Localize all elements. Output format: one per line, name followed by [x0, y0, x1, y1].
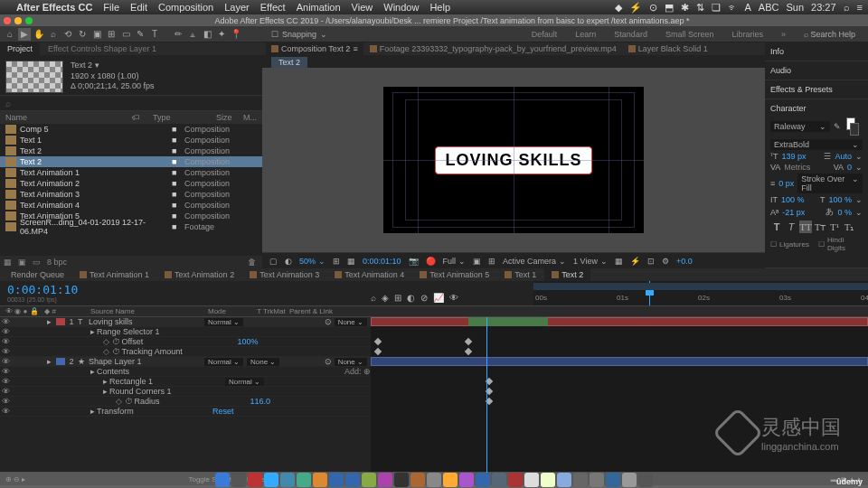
dock-app[interactable] [524, 473, 539, 487]
dock-ae[interactable] [394, 473, 409, 487]
timeline-row[interactable]: 👁▸ ContentsAdd: ⊕ [0, 367, 371, 377]
comp-tab-active[interactable]: Composition Text 2 ≡ [266, 42, 363, 55]
dock-app[interactable] [508, 473, 523, 487]
project-item[interactable]: Text Animation 3■Composition [0, 189, 262, 200]
timeline-row[interactable]: 👁◇ ⏱ Tracking Amount [0, 347, 371, 357]
pixel-btn[interactable]: ▦ [615, 257, 623, 266]
layer-tab[interactable]: Layer Black Solid 1 [623, 42, 713, 55]
flowchart-btn[interactable]: ⚙ [662, 257, 669, 266]
hindi-check[interactable]: ☐ Hindi Digits [818, 236, 863, 252]
subscript-btn[interactable]: T₁ [843, 221, 855, 233]
dock-app[interactable] [248, 473, 262, 487]
draft3d-icon[interactable]: ⊞ [394, 293, 401, 303]
project-tab[interactable]: Project [0, 42, 40, 55]
current-timecode[interactable]: 0:00:01:10 [7, 283, 78, 296]
orbit-tool[interactable]: ⟲ [61, 28, 74, 41]
dock-app[interactable] [622, 473, 637, 487]
shy-icon[interactable]: 👁 [449, 293, 458, 303]
motion-blur-icon[interactable]: ⊘ [420, 293, 428, 303]
notif-icon[interactable]: ≡ [857, 2, 863, 13]
app-name[interactable]: After Effects CC [16, 2, 92, 13]
zoom-dropdown[interactable]: 50% ⌄ [299, 257, 326, 266]
menu-help[interactable]: Help [429, 2, 450, 13]
dock-app[interactable] [264, 473, 278, 487]
bold-btn[interactable]: T [770, 221, 783, 233]
roi-btn[interactable]: ▣ [473, 257, 481, 266]
leading[interactable]: Auto [835, 152, 852, 161]
interpret-btn[interactable]: ▦ [4, 258, 14, 267]
smallcaps-btn[interactable]: Tᴛ [814, 221, 826, 233]
camera-tool[interactable]: ▣ [90, 28, 103, 41]
selection-tool[interactable]: ▶ [18, 28, 31, 41]
menu-edit[interactable]: Edit [130, 2, 147, 13]
dock-app[interactable] [492, 473, 506, 487]
allcaps-btn[interactable]: TT [799, 221, 812, 233]
project-list[interactable]: Comp 5■CompositionText 1■CompositionText… [0, 124, 262, 256]
flowchart-tab[interactable]: Text 2 [271, 57, 307, 68]
timeline-row[interactable]: 👁▸2★Shape Layer 1Normal ⌄None ⌄⊙ None ⌄ [0, 357, 371, 367]
tracking[interactable]: 0 [847, 163, 852, 172]
dock-ps[interactable] [329, 473, 344, 487]
home-icon[interactable]: ⌂ [4, 28, 16, 41]
vscale[interactable]: 100 % [781, 195, 805, 204]
dock-app[interactable] [297, 473, 311, 487]
channel-btn[interactable]: 🔴 [426, 257, 436, 266]
audio-panel[interactable]: Audio [770, 64, 863, 77]
menu-layer[interactable]: Layer [224, 2, 250, 13]
timeline-tab[interactable]: Text Animation 2 [157, 268, 241, 281]
dock-app[interactable] [231, 473, 246, 487]
dock-app[interactable] [410, 473, 425, 487]
footage-tab[interactable]: Footage 23393332_typography-pack_by_your… [364, 42, 622, 55]
hscale[interactable]: 100 % [828, 195, 852, 204]
dock-app[interactable] [606, 473, 620, 487]
snap-check[interactable]: ☐ [271, 30, 278, 39]
zoom-tool[interactable]: ⌕ [47, 28, 60, 41]
dock-app[interactable] [557, 473, 571, 487]
project-search[interactable]: ⌕ [0, 95, 262, 111]
dock-app[interactable] [459, 473, 474, 487]
dock-lr[interactable] [476, 473, 490, 487]
transparency-btn[interactable]: ▦ [347, 257, 355, 266]
timecode-display[interactable]: 0:00:01:10 [363, 257, 401, 266]
rect-tool[interactable]: ▭ [119, 28, 132, 41]
project-item[interactable]: Text Animation 1■Composition [0, 167, 262, 178]
clone-tool[interactable]: ⟁ [186, 28, 199, 41]
timeline-row[interactable]: 👁▸ TransformReset [0, 407, 371, 417]
comp-mini-icon[interactable]: ◈ [382, 293, 389, 303]
exposure-val[interactable]: +0.0 [676, 257, 693, 266]
hand-tool[interactable]: ✋ [33, 28, 45, 41]
effect-controls-tab[interactable]: Effect Controls Shape Layer 1 [41, 42, 164, 55]
timeline-row[interactable]: 👁◇ ⏱ Offset100% [0, 337, 371, 347]
effects-presets-panel[interactable]: Effects & Presets [770, 83, 863, 96]
dock-app[interactable] [280, 473, 295, 487]
brush-tool[interactable]: ✏ [172, 28, 184, 41]
trash-btn[interactable]: 🗑 [248, 258, 259, 267]
pen-tool[interactable]: ✎ [134, 28, 146, 41]
zoom-button[interactable] [25, 17, 33, 24]
mask-btn[interactable]: ▢ [269, 257, 278, 266]
stroke-mode-dropdown[interactable]: Stroke Over Fill⌄ [797, 174, 863, 193]
kerning[interactable]: Metrics [784, 163, 810, 172]
timeline-tab[interactable]: Text 1 [497, 268, 543, 281]
ws-more[interactable]: » [781, 30, 786, 39]
menu-animation[interactable]: Animation [297, 2, 341, 13]
new-folder-btn[interactable]: ▭ [33, 258, 43, 267]
input-lang[interactable]: A [745, 2, 751, 13]
baseline[interactable]: -21 px [782, 208, 805, 217]
snap-opts-icon[interactable]: ⌄ [320, 30, 327, 39]
ws-libraries[interactable]: Libraries [731, 30, 763, 39]
menu-effect[interactable]: Effect [260, 2, 286, 13]
dock-trash[interactable] [638, 473, 653, 487]
stroke-width[interactable]: 0 px [778, 179, 794, 188]
ws-learn[interactable]: Learn [575, 30, 596, 39]
frame-blend-icon[interactable]: ◐ [407, 293, 415, 303]
timeline-tab[interactable]: Text Animation 1 [72, 268, 156, 281]
project-item[interactable]: ScreenR...ding_04-01-2019 12-17-06.MP4■F… [0, 221, 262, 232]
dock-app[interactable] [345, 473, 360, 487]
puppet-tool[interactable]: 📍 [230, 28, 242, 41]
menu-view[interactable]: View [352, 2, 373, 13]
project-item[interactable]: Text Animation 2■Composition [0, 178, 262, 189]
eraser-tool[interactable]: ◧ [201, 28, 213, 41]
ws-default[interactable]: Default [532, 30, 558, 39]
character-panel[interactable]: Character [770, 102, 863, 115]
